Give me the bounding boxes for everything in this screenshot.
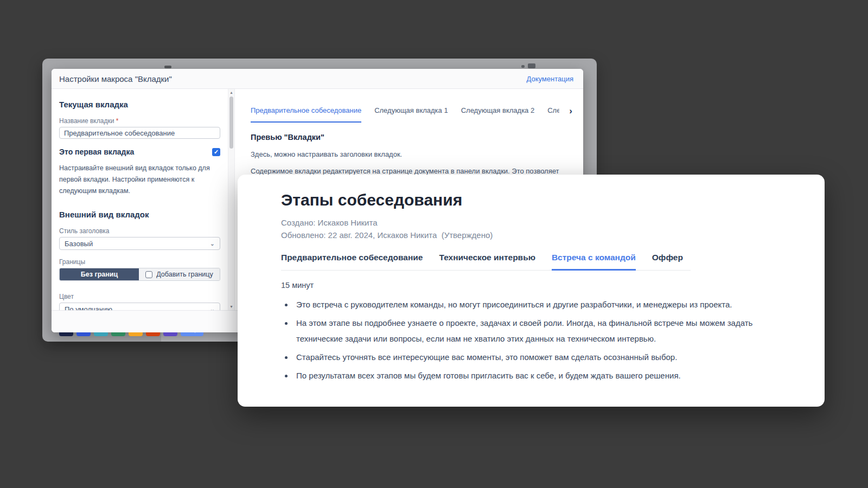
borders-toggle: Без границ Добавить границу [59, 268, 220, 281]
required-mark: * [116, 117, 119, 125]
preview-tab-3[interactable]: Следующая вкладка 2 [461, 106, 535, 123]
scroll-down-icon[interactable]: ▾ [228, 304, 234, 309]
preview-tab-1[interactable]: Предварительное собеседование [251, 106, 361, 123]
appearance-section-heading: Внешний вид вкладок [59, 210, 220, 219]
background-page-icon [528, 63, 535, 68]
page-preview-card: Этапы собеседования Создано: Искаков Ник… [238, 175, 825, 407]
tab-name-label: Название вкладки * [59, 117, 220, 125]
background-page-title-fragment [164, 66, 171, 68]
add-border-checkbox[interactable] [145, 271, 152, 278]
add-border-option[interactable]: Добавить границу [139, 268, 220, 280]
first-tab-help-text: Настраивайте внешний вид вкладок только … [59, 163, 220, 197]
updated-by: Обновлено: 22 авг. 2024, Искаков Никита … [281, 229, 825, 241]
list-item: Это встреча с руководителем команды, но … [293, 297, 761, 312]
first-tab-row: Это первая вкладка ✓ [59, 147, 220, 156]
page-title: Этапы собеседования [281, 191, 825, 209]
settings-form-panel: Текущая вкладка Название вкладки * Это п… [52, 89, 228, 310]
add-border-label: Добавить границу [156, 271, 213, 278]
dialog-title: Настройки макроса "Вкладки" [59, 74, 172, 84]
header-style-select[interactable]: Базовый ⌄ [59, 237, 220, 250]
borders-label: Границы [59, 258, 220, 266]
preview-tabs-row: Предварительное собеседование Следующая … [251, 106, 573, 123]
color-label: Цвет [59, 293, 220, 300]
page-tab-2[interactable]: Техническое интервью [439, 253, 535, 270]
header-style-value: Базовый [65, 240, 93, 248]
documentation-link[interactable]: Документация [527, 75, 574, 83]
first-tab-label: Это первая вкладка [59, 147, 134, 156]
list-item: На этом этапе вы подробнее узнаете о про… [293, 315, 761, 346]
tabs-overflow-chevron-icon[interactable]: › [569, 106, 572, 115]
list-item: По результатам всех этапов мы будем гото… [293, 368, 761, 383]
background-page-icon [521, 65, 525, 68]
form-scrollbar[interactable]: ▴ ▾ [228, 89, 234, 310]
list-item: Старайтесь уточнять все интересующие вас… [293, 349, 761, 365]
tab-name-input[interactable] [59, 127, 220, 139]
scroll-up-icon[interactable]: ▴ [228, 90, 234, 95]
stage-bullet-list: Это встреча с руководителем команды, но … [281, 297, 761, 383]
preview-heading: Превью "Вкладки" [251, 133, 573, 142]
preview-tab-4[interactable]: Следующая вкладка 3 [547, 106, 559, 123]
tab-name-label-text: Название вкладки [59, 117, 114, 125]
stage-duration: 15 минут [281, 281, 825, 290]
preview-tabs: Предварительное собеседование Следующая … [251, 106, 559, 123]
scrollbar-thumb[interactable] [229, 97, 233, 149]
preview-tab-2[interactable]: Следующая вкладка 1 [374, 106, 448, 123]
page-tab-3[interactable]: Встреча с командой [552, 253, 636, 271]
preview-paragraph-1: Здесь, можно настраивать заголовки вклад… [251, 150, 573, 158]
first-tab-checkbox[interactable]: ✓ [212, 148, 220, 156]
no-borders-option[interactable]: Без границ [60, 268, 139, 280]
current-tab-section-heading: Текущая вкладка [59, 100, 220, 109]
page-tab-4[interactable]: Оффер [652, 253, 683, 270]
page-meta: Создано: Искаков Никита Обновлено: 22 ав… [281, 216, 825, 241]
page-tabs: Предварительное собеседование Техническо… [281, 253, 691, 271]
dialog-header: Настройки макроса "Вкладки" Документация [52, 69, 583, 89]
preview-paragraph-2: Содержимое вкладки редактируется на стра… [251, 167, 573, 175]
created-by: Создано: Искаков Никита [281, 216, 825, 229]
page-tab-1[interactable]: Предварительное собеседование [281, 253, 423, 270]
chevron-down-icon: ⌄ [210, 240, 215, 247]
header-style-label: Стиль заголовка [59, 227, 220, 235]
